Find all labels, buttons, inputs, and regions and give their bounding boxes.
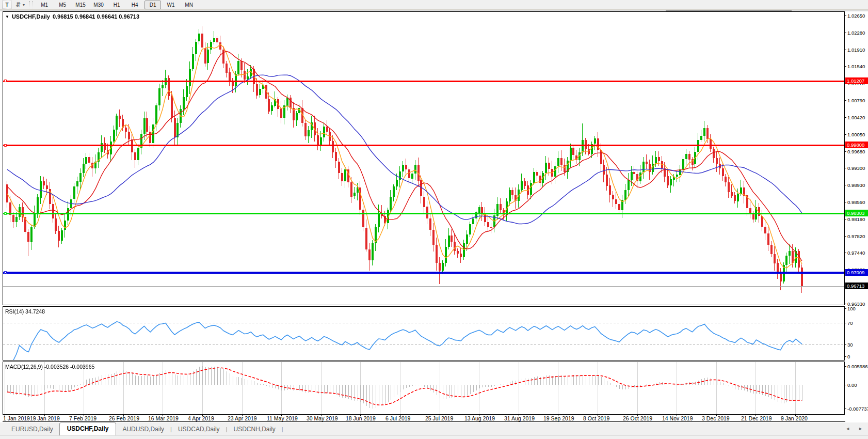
- timeframe-button-w1[interactable]: W1: [163, 1, 179, 9]
- price-axis-label: 1.02650: [847, 13, 865, 19]
- status-strip: [0, 435, 868, 439]
- price-tick: [845, 253, 846, 253]
- timeframe-button-m30[interactable]: M30: [90, 1, 107, 9]
- rsi-tick: [845, 308, 846, 309]
- price-axis-label: 0.97440: [847, 250, 865, 256]
- level-price-box: 0.98303: [845, 210, 868, 216]
- price-tick: [845, 202, 846, 202]
- ohlc-values: 0.96815 0.96841 0.96641 0.96713: [53, 13, 139, 20]
- rsi-tick: [845, 344, 846, 345]
- price-tick: [845, 66, 846, 67]
- price-axis-label: 0.98560: [847, 199, 865, 205]
- macd-tick: [845, 385, 846, 385]
- date-axis-label: 3 Dec 2019: [702, 415, 730, 421]
- main-chart-panel: ▼ USDCHF,Daily 0.96815 0.96841 0.96641 0…: [3, 11, 845, 305]
- timeframe-button-h1[interactable]: H1: [108, 1, 125, 9]
- timeframe-button-m15[interactable]: M15: [72, 1, 89, 9]
- tab-usdcnh[interactable]: USDCNH,Daily: [227, 424, 281, 435]
- date-axis-label: 1 Jan 2019: [3, 415, 30, 421]
- tab-usdcad[interactable]: USDCAD,Daily: [172, 424, 226, 435]
- tab-usdchf[interactable]: USDCHF,Daily: [59, 422, 117, 435]
- date-axis-label: 16 Mar 2019: [148, 415, 179, 421]
- price-axis-label: 1.01910: [847, 47, 865, 53]
- price-tick: [845, 168, 846, 168]
- timeframe-button-mn[interactable]: MN: [181, 1, 197, 9]
- price-tick: [845, 185, 846, 185]
- macd-label: MACD(12,26,9) -0.003526 -0.003965: [5, 364, 94, 370]
- rsi-axis-label: 0: [847, 354, 850, 359]
- date-axis-label: 26 Feb 2019: [109, 415, 139, 421]
- date-axis-label: 26 Oct 2019: [623, 415, 652, 421]
- price-tick: [845, 304, 846, 304]
- main-chart-canvas[interactable]: [3, 12, 844, 305]
- macd-axis-label: 0.00: [847, 382, 857, 388]
- chart-title: ▼ USDCHF,Daily 0.96815 0.96841 0.96641 0…: [5, 13, 139, 20]
- chart-tab-bar: ◄ ► EURUSD,DailyUSDCHF,DailyAUDUSD,Daily…: [0, 422, 868, 435]
- macd-tick: [845, 366, 846, 367]
- price-axis-label: 1.00790: [847, 98, 865, 103]
- rsi-canvas[interactable]: [3, 307, 844, 360]
- tab-separator: |: [282, 426, 283, 435]
- price-axis-label: 0.98930: [847, 182, 865, 188]
- date-axis-label: 19 Jan 2019: [30, 415, 60, 421]
- date-axis-label: 25 Jul 2019: [425, 415, 453, 421]
- date-axis-label: 19 Sep 2019: [543, 415, 574, 421]
- timeframe-button-m5[interactable]: M5: [54, 1, 71, 9]
- date-axis-label: 23 Apr 2019: [228, 415, 257, 421]
- level-price-box: 1.01207: [845, 77, 868, 84]
- price-tick: [845, 236, 846, 237]
- price-axis-label: 0.99680: [847, 149, 865, 154]
- price-tick: [845, 151, 846, 152]
- macd-axis-label: -0.007737: [847, 406, 868, 412]
- macd-canvas[interactable]: [3, 362, 844, 414]
- price-tick: [845, 134, 846, 135]
- date-axis-label: 6 Jul 2019: [385, 415, 410, 421]
- date-axis-label: 7 Feb 2019: [69, 415, 97, 421]
- date-axis-label: 14 Nov 2019: [662, 415, 693, 421]
- macd-axis-label: 0.005986: [847, 364, 868, 369]
- chevron-down-icon: ▾: [23, 3, 25, 7]
- tab-audusd[interactable]: AUDUSD,Daily: [116, 424, 170, 435]
- price-tick: [845, 117, 846, 118]
- symbol-period-label: USDCHF,Daily: [12, 13, 50, 20]
- level-price-box: 0.97009: [845, 269, 868, 276]
- cascade-windows-button[interactable]: ⇵ ▾: [15, 2, 25, 8]
- price-axis-label: 1.00420: [847, 115, 865, 120]
- price-axis-label: 0.98190: [847, 216, 865, 222]
- date-axis[interactable]: 1 Jan 201919 Jan 20197 Feb 201926 Feb 20…: [3, 415, 845, 422]
- date-axis-label: 4 Apr 2019: [188, 415, 214, 421]
- price-axis-label: 0.99300: [847, 165, 865, 171]
- toolbar-grip: [29, 1, 33, 8]
- collapse-icon[interactable]: ▼: [5, 14, 9, 19]
- date-axis-label: 13 Aug 2019: [464, 415, 495, 421]
- date-axis-label: 30 May 2019: [307, 415, 338, 421]
- price-axis[interactable]: 1.026501.022801.019101.015401.011701.007…: [845, 0, 868, 439]
- rsi-label: RSI(14) 34.7248: [5, 308, 45, 315]
- price-tick: [845, 100, 846, 101]
- rsi-tick: [845, 323, 846, 323]
- timeframe-button-d1[interactable]: D1: [144, 1, 161, 9]
- date-axis-label: 11 May 2019: [267, 415, 298, 421]
- date-axis-label: 31 Aug 2019: [504, 415, 535, 421]
- level-price-box: 0.99800: [845, 142, 868, 148]
- rsi-tick: [845, 356, 846, 357]
- price-axis-label: 1.01540: [847, 64, 865, 69]
- price-tick: [845, 15, 846, 16]
- macd-tick: [845, 409, 846, 409]
- price-tick: [845, 219, 846, 220]
- rsi-axis-label: 30: [847, 342, 853, 348]
- macd-indicator-panel: MACD(12,26,9) -0.003526 -0.003965: [3, 362, 845, 415]
- current-price-box: 0.96713: [845, 283, 868, 289]
- date-axis-label: 21 Dec 2019: [741, 415, 772, 421]
- timeframe-button-m1[interactable]: M1: [36, 1, 53, 9]
- date-axis-label: 18 Jun 2019: [346, 415, 376, 421]
- rsi-axis-label: 100: [847, 306, 856, 311]
- timeframe-button-h4[interactable]: H4: [126, 1, 143, 9]
- rsi-indicator-panel: RSI(14) 34.7248: [3, 306, 845, 360]
- date-axis-label: 9 Jan 2020: [781, 415, 808, 421]
- text-label-tool-button[interactable]: T: [3, 1, 11, 9]
- price-tick: [845, 50, 846, 50]
- rsi-axis-label: 70: [847, 320, 853, 326]
- tab-eurusd[interactable]: EURUSD,Daily: [5, 424, 59, 435]
- price-axis-label: 1.00050: [847, 132, 865, 137]
